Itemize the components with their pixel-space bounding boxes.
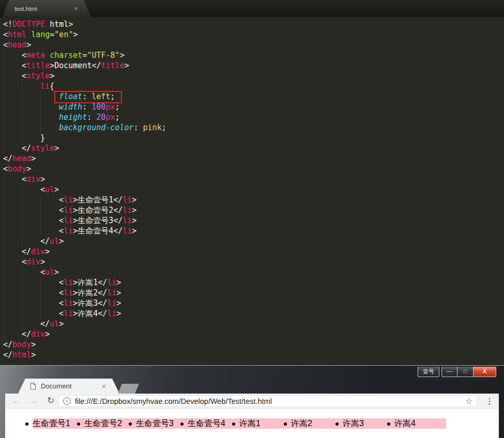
code-line: </head> [3,153,504,164]
editor-tab-test-html[interactable]: test.html × [2,0,91,17]
code-line: <li>生命壹号1</li> [3,195,504,205]
url-text[interactable]: file:///E:/Dropbox/smyhvae.com/Develop/W… [75,397,465,405]
list-item-label: 许嵩2 [291,419,312,428]
code-line: </ul> [3,319,504,329]
browser-tab-bar: Document × [5,379,499,394]
list-item: 许嵩3 [343,418,394,429]
code-editor: test.html × <!DOCTYPE html><html lang="e… [0,0,504,365]
code-line: <li>许嵩1</li> [3,277,504,288]
list-item-label: 许嵩3 [343,419,364,428]
bullet-icon [77,423,80,426]
editor-tab-title: test.html [14,6,74,12]
code-line: <div> [3,174,504,184]
code-line: <html lang="en"> [3,29,504,40]
list-item: 许嵩4 [394,418,446,429]
bullet-icon [180,423,184,426]
bullet-icon [335,423,339,426]
code-line: li{ [3,81,504,91]
code-line: } [3,133,504,143]
close-icon[interactable]: × [74,5,78,12]
list-item: 生命壹号3 [136,418,188,429]
address-bar[interactable]: i file:///E:/Dropbox/smyhvae.com/Develop… [58,395,477,407]
info-icon[interactable]: i [63,397,71,405]
bullet-icon [284,423,287,426]
code-line: </style> [3,143,504,153]
code-line: </ul> [3,236,504,246]
list-item-label: 生命壹号1 [33,419,70,428]
window-controls: — □ X [441,367,496,377]
bullet-icon [129,423,132,426]
bullet-icon [387,423,390,426]
code-line: <ul> [3,267,504,277]
browser-toolbar: ← → ↻ i file:///E:/Dropbox/smyhvae.com/D… [5,394,499,409]
code-line: <body> [3,164,504,174]
code-line: <title>Document</title> [3,60,504,71]
code-line: <li>许嵩3</li> [3,298,504,308]
code-line: <li>许嵩4</li> [3,308,504,319]
floated-list: 生命壹号1 生命壹号2 生命壹号3 生命壹号4 许嵩1 许嵩2 许嵩3 许嵩4 [33,418,499,429]
back-icon[interactable]: ← [10,394,23,409]
maximize-button[interactable]: □ [457,367,474,377]
code-line: <meta charset="UTF-8"> [3,50,504,60]
code-line: <head> [3,40,504,50]
editor-tab-bar: test.html × [0,0,504,17]
code-line: width: 100px; [3,102,504,112]
browser-tab-document[interactable]: Document × [18,379,119,394]
bookmark-star-icon[interactable]: ☆ [465,396,472,406]
page-icon [30,382,36,390]
browser-window: 壹号 — □ X Document × ← → ↻ i [0,365,504,438]
code-line: <div> [3,257,504,267]
bullet-icon [232,423,235,426]
browser-tab-title: Document [41,382,97,390]
list-item-label: 许嵩4 [394,419,416,428]
code-line: <li>生命壹号4</li> [3,226,504,236]
list-item-label: 许嵩1 [239,419,261,428]
code-line: <!DOCTYPE html> [3,19,504,29]
list-item-label: 生命壹号2 [84,419,122,428]
code-line: </body> [3,339,504,350]
list-item-label: 生命壹号3 [136,419,174,428]
bullet-icon [25,423,28,426]
menu-icon[interactable]: ⋮ [484,394,495,409]
code-line: height: 20px; [3,112,504,122]
rendered-page: 生命壹号1 生命壹号2 生命壹号3 生命壹号4 许嵩1 许嵩2 许嵩3 许嵩4 [5,409,499,438]
list-item: 生命壹号1 [33,418,84,429]
code-line: <li>生命壹号3</li> [3,215,504,226]
profile-button[interactable]: 壹号 [418,367,439,377]
code-line: float: left; [3,91,504,102]
code-line: <ul> [3,184,504,195]
code-line: </html> [3,350,504,360]
code-line: <style> [3,71,504,81]
forward-icon[interactable]: → [27,394,40,409]
code-line: </div> [3,329,504,339]
list-item: 生命壹号2 [84,418,136,429]
list-item: 许嵩2 [291,418,343,429]
minimize-button[interactable]: — [441,367,457,377]
code-line: <li>许嵩2</li> [3,288,504,298]
new-tab-button[interactable] [118,384,139,394]
list-item: 生命壹号4 [188,418,239,429]
code-line: background-color: pink; [3,122,504,133]
code-line: <li>生命壹号2</li> [3,205,504,215]
code-area[interactable]: <!DOCTYPE html><html lang="en"><head><me… [0,17,504,365]
close-button[interactable]: X [474,367,496,377]
browser-title-bar: 壹号 — □ X [5,366,499,379]
close-icon[interactable]: × [102,382,106,390]
reload-icon[interactable]: ↻ [44,394,57,409]
list-item: 许嵩1 [239,418,291,429]
list-item-label: 生命壹号4 [188,419,225,428]
screen: test.html × <!DOCTYPE html><html lang="e… [0,0,504,438]
code-line: </div> [3,246,504,257]
